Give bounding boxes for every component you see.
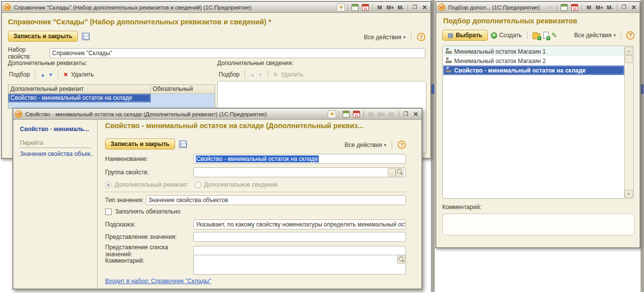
background-app-scrollbar [431,0,435,292]
save-icon[interactable] [82,33,90,40]
list-item[interactable]: Минимальный остаток Магазин 2 [443,56,624,66]
maximize-button[interactable] [620,3,628,11]
more-ellipsis-button[interactable]: ... [388,168,396,176]
info-panel-label: Дополнительные сведения: [217,60,293,67]
column-header-required[interactable]: Обязательный [151,85,215,93]
belongs-to-set-link[interactable]: Входит в набор: Справочник "Склады" [105,278,211,285]
search-button[interactable] [396,168,404,176]
group-input[interactable]: ... [193,167,406,177]
window-titlebar[interactable]: 1С Подбор допол... (1С:Предприятие) 31 М… [436,2,640,13]
memory-minus-button[interactable]: М- [388,110,396,118]
comment-label: Комментарий: [442,204,481,211]
attrs-table[interactable]: Дополнительный реквизит Обязательный Сво… [8,84,215,109]
vertical-scrollbar[interactable]: ▲ ▼ [624,47,633,198]
favorites-star-icon[interactable] [546,3,554,11]
maximize-button[interactable] [402,110,410,118]
comment-input[interactable] [193,255,406,275]
scroll-up-icon[interactable]: ▲ [625,47,633,55]
memory-minus-button[interactable]: М- [397,3,405,11]
scrollbar-thumb[interactable] [625,55,633,63]
attrs-panel-label: Дополнительные реквизиты: [8,60,87,67]
props-set-input[interactable]: Справочник "Склады" [50,48,425,58]
delete-icon[interactable] [63,71,68,78]
delete-icon[interactable] [273,71,278,78]
memory-plus-button[interactable]: М+ [594,3,604,11]
memory-button[interactable]: М [366,110,375,118]
edit-pencil-icon[interactable] [552,31,558,39]
calendar-icon[interactable]: 31 [352,110,361,118]
table-row[interactable]: Свойство - минимальный остаток на складе [8,94,215,102]
calendar-icon[interactable]: 31 [361,3,370,11]
list-item[interactable]: Минимальный остаток Магазин 1 [443,47,624,56]
move-up-icon[interactable] [250,71,255,78]
props-set-label: Набор свойств: [8,46,50,60]
help-button[interactable]: ? [626,31,635,40]
pick-button[interactable]: Подбор [9,71,30,78]
all-actions-menu[interactable]: Все действия [364,34,406,41]
required-checkbox[interactable] [105,209,112,215]
memory-button[interactable]: М [585,3,593,11]
sidebar-current-item[interactable]: Свойство - минималь... [20,126,93,133]
create-group-icon[interactable] [532,33,540,39]
scroll-down-icon[interactable]: ▼ [625,190,633,198]
name-label: Наименование: [105,155,193,162]
attrs-pick-list[interactable]: Минимальный остаток Магазин 1 Минимальны… [442,46,634,199]
close-button[interactable] [420,3,429,11]
memory-plus-button[interactable]: М+ [376,110,386,118]
calculator-icon[interactable] [342,110,351,118]
create-button[interactable]: +Создать [491,32,522,39]
close-button[interactable] [630,3,638,11]
calendar-icon[interactable]: 31 [570,3,579,11]
calculator-icon[interactable] [560,3,569,11]
window-pick-attrs: 1С Подбор допол... (1С:Предприятие) 31 М… [435,1,641,248]
help-button[interactable]: ? [398,141,406,149]
help-button[interactable]: ? [417,33,425,41]
page-title: Свойство - минимальный остаток на складе… [105,122,405,130]
window-titlebar[interactable]: 1С Справочник "Склады" (Набор дополнител… [2,2,430,13]
favorites-star-icon[interactable] [328,110,336,118]
radio-additional-attribute[interactable] [105,182,112,188]
group-label: Группа свойств: [105,169,193,176]
background-scrollbar-thumb [641,84,644,94]
close-button[interactable] [411,110,420,118]
calculator-icon[interactable] [351,3,359,11]
maximize-button[interactable] [410,3,419,11]
window-titlebar[interactable]: 1С Свойство - минимальный остаток на скл… [13,109,421,120]
attribute-icon [445,48,452,55]
search-button[interactable] [397,256,405,264]
select-button[interactable]: ▤Выбрать [442,30,488,41]
sidebar-nav-link[interactable]: Значения свойства объек... [20,150,94,157]
save-and-close-button[interactable]: Записать и закрыть [8,31,78,42]
all-actions-menu[interactable]: Все действия [574,32,616,39]
window-attr-dialog: 1С Свойство - минимальный остаток на скл… [12,108,422,290]
type-input[interactable]: Значение свойства объектов [146,195,406,205]
background-app-scrollbar [641,0,644,292]
column-header-attr[interactable]: Дополнительный реквизит [8,85,151,93]
value-repr-input[interactable] [193,232,406,242]
list-repr-label: Представление списка значений: [105,244,193,258]
save-icon[interactable] [179,141,187,148]
memory-button[interactable]: М [375,3,384,11]
move-up-icon[interactable] [40,71,45,78]
list-repr-input[interactable] [193,246,406,256]
memory-minus-button[interactable]: М- [606,3,614,11]
favorites-star-icon[interactable] [337,3,345,11]
delete-button[interactable]: Удалить [281,71,303,78]
radio-additional-info[interactable] [195,182,201,188]
create-plus-icon: + [491,32,497,39]
name-input[interactable]: Свойство - минимальный остаток на складе [193,154,406,164]
pick-button[interactable]: Подбор [219,71,239,78]
hint-input[interactable]: Указывает, по какому свойству номенклату… [193,220,406,229]
save-and-close-button[interactable]: Записать и закрыть [105,139,175,149]
move-down-icon[interactable] [258,71,263,78]
page-title: Справочник "Склады" (Набор дополнительны… [8,18,271,26]
memory-plus-button[interactable]: М+ [385,3,395,11]
move-down-icon[interactable] [48,71,53,78]
delete-button[interactable]: Удалить [71,71,94,78]
comment-input[interactable] [442,214,635,235]
1c-logo-icon: 1С [3,3,11,11]
all-actions-menu[interactable]: Все действия [345,142,386,148]
background-scrollbar-thumb [431,84,434,94]
list-item-selected[interactable]: Свойство - минимальный остаток на складе [443,66,624,75]
copy-item-icon[interactable] [543,32,549,39]
